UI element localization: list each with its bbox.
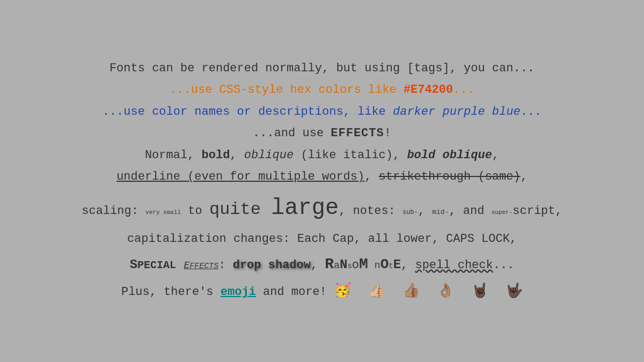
line-5: Normal, bold, oblique (like italic), bol… xyxy=(82,145,562,166)
line9-ellipsis: ... xyxy=(493,255,515,276)
main-content: Fonts can be rendered normally, but usin… xyxy=(82,58,562,304)
line4-prefix: ...and use xyxy=(253,127,331,140)
line7-mid: mid- xyxy=(432,206,449,219)
line-9: SPECIAL EFFECTS: drop shadow, RaNsoM nOt… xyxy=(82,251,562,277)
line4-effects: EFFECTS xyxy=(331,127,384,140)
line8-caps-lock: caps lock xyxy=(446,232,510,246)
line6-comma1: , xyxy=(364,170,378,183)
line10-emoji-link[interactable]: emoji xyxy=(221,285,256,299)
line8-all-lower: all lower xyxy=(368,232,432,246)
line5-comma2: , xyxy=(492,149,499,162)
line-7: scaling: very small to quite large, note… xyxy=(82,189,562,228)
line8-c2: , xyxy=(432,232,446,246)
line8-prefix: capitalization changes: xyxy=(127,232,297,246)
line7-c1: , xyxy=(418,201,432,222)
line7-super: super- xyxy=(492,208,513,218)
line6-underline: underline (even for multiple words) xyxy=(116,170,364,183)
line-3: ...use color names or descriptions, like… xyxy=(82,102,562,123)
line7-large: large xyxy=(271,189,339,228)
line-8: capitalization changes: Each Cap, all lo… xyxy=(82,229,562,250)
line7-comma: , notes: xyxy=(339,201,402,222)
line9-drop-shadow: drop shadow xyxy=(233,255,311,276)
line9-effects: EFFECTS xyxy=(184,257,218,275)
line6-suffix: , xyxy=(521,170,528,183)
line5-bold: bold xyxy=(202,149,230,162)
line6-strikethrough: strikethrough (same) xyxy=(379,170,521,183)
line3-or: or xyxy=(237,105,251,119)
line4-suffix: ! xyxy=(384,127,391,140)
line9-ransom: RaNsoM nOtE xyxy=(325,251,401,277)
line-6: underline (even for multiple words), str… xyxy=(82,167,562,188)
line-2: ...use CSS-style hex colors like #E74200… xyxy=(82,80,562,101)
line2-prefix: ...use CSS-style hex colors like xyxy=(170,83,404,97)
line3-middle: descriptions, like xyxy=(251,105,393,119)
line8-c3: , xyxy=(510,232,517,246)
line1-text: Fonts can be rendered normally, but usin… xyxy=(109,62,535,75)
line5-comma1: , xyxy=(230,149,244,162)
line8-c1: , xyxy=(354,232,368,246)
line7-script: script, xyxy=(513,201,562,222)
line5-bold-oblique: bold oblique xyxy=(407,149,492,162)
line3-prefix: ...use color names xyxy=(103,105,237,119)
line5-like: (like italic), xyxy=(294,149,407,162)
line8-each-cap: Each Cap xyxy=(297,232,354,246)
line7-scaling: scaling: xyxy=(82,201,145,222)
line9-c1: , xyxy=(311,255,325,276)
line5-normal: Normal, xyxy=(145,149,202,162)
line-4: ...and use EFFECTS! xyxy=(82,123,562,144)
line3-italic: darker purple blue xyxy=(393,105,521,119)
line7-very-small: very small xyxy=(145,208,181,218)
line7-sub: sub- xyxy=(402,207,418,218)
line10-prefix: Plus, there's xyxy=(121,285,221,299)
line10-suffix: and more! xyxy=(256,285,327,299)
line2-suffix: ... xyxy=(453,83,474,97)
line7-c2: , and xyxy=(449,201,491,222)
line9-special: SPECIAL xyxy=(130,254,184,276)
line5-oblique: oblique xyxy=(244,149,294,162)
line2-hex: #E74200 xyxy=(404,83,453,97)
line3-suffix: ... xyxy=(521,105,542,119)
line10-emojis: 🥳 👍🏼 👍🏽 👌🏽 🤘🏿 🤟🏿 xyxy=(334,282,523,298)
line-1: Fonts can be rendered normally, but usin… xyxy=(82,58,562,79)
line9-c2: , xyxy=(401,255,415,276)
line7-to: to xyxy=(181,201,209,222)
line-10: Plus, there's emoji and more! 🥳 👍🏼 👍🏽 👌🏽… xyxy=(82,278,562,303)
line9-colon: : xyxy=(218,255,232,276)
line9-spell-check: spell check xyxy=(415,255,493,276)
line7-quite: quite xyxy=(209,195,271,225)
